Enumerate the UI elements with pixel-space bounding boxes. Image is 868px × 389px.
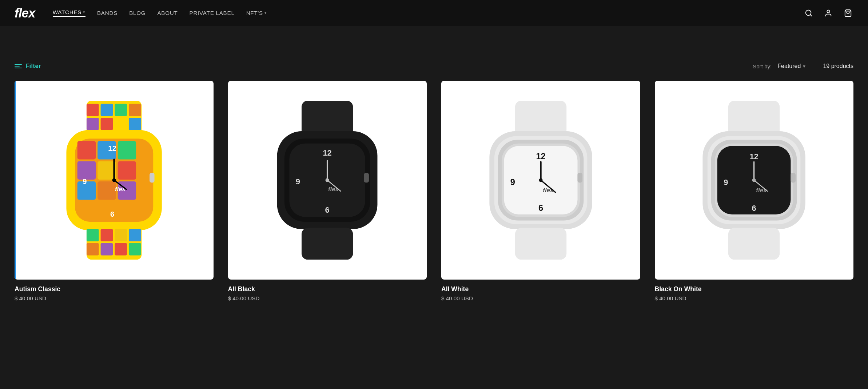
svg-rect-21 [118,161,136,179]
product-image: 12 9 6 flex [228,81,427,280]
chevron-down-icon: ▾ [264,11,267,15]
chevron-down-icon: ▾ [83,10,85,15]
svg-text:9: 9 [724,178,728,187]
svg-rect-53 [364,173,369,183]
svg-rect-12 [129,118,141,130]
svg-rect-55 [515,101,566,136]
svg-text:12: 12 [750,152,758,161]
svg-rect-70 [728,101,780,136]
product-image: 12 9 6 flex [441,81,640,280]
svg-rect-19 [77,161,95,179]
svg-text:9: 9 [83,177,87,185]
svg-rect-20 [97,161,116,179]
svg-rect-10 [100,118,113,130]
sort-select-wrapper[interactable]: Featured ▾ [777,63,805,69]
product-price: $ 40.00 USD [441,295,640,301]
nav-item-nfts[interactable]: NFT'S ▾ [246,10,267,16]
nav-item-bands[interactable]: BANDS [97,10,118,16]
svg-text:12: 12 [323,148,332,157]
product-image: 12 9 6 flex [655,81,854,280]
user-icon [824,9,832,17]
svg-rect-23 [97,181,116,200]
logo[interactable]: flex [15,6,35,20]
svg-text:6: 6 [538,203,543,212]
svg-text:flex: flex [756,187,767,194]
svg-rect-40 [115,243,127,255]
product-image: 12 9 6 flex [15,81,214,280]
nav-item-blog[interactable]: BLOG [129,10,146,16]
sort-label: Sort by: [753,63,772,69]
filter-bar: Filter Sort by: Featured ▾ 19 products [0,55,868,77]
product-title: All White [441,285,640,293]
svg-rect-9 [87,118,99,130]
svg-text:6: 6 [110,210,114,218]
svg-rect-5 [87,104,99,116]
svg-rect-35 [100,229,113,241]
nav-links: WATCHES ▾ BANDS BLOG ABOUT PRIVATE LABEL [53,9,803,17]
svg-rect-6 [100,104,113,116]
black-on-white-watch-svg: 12 9 6 flex [674,101,833,260]
search-button[interactable] [803,8,814,19]
svg-rect-54 [302,228,353,259]
cart-button[interactable] [843,8,853,19]
svg-point-52 [326,178,329,182]
svg-rect-38 [87,243,99,255]
filter-button[interactable]: Filter [15,63,41,70]
svg-line-1 [810,15,812,16]
product-card[interactable]: 12 9 6 flex All Black $ 40.00 USD [221,77,434,309]
svg-text:6: 6 [325,205,330,214]
svg-rect-11 [115,118,127,130]
svg-point-2 [827,10,829,12]
svg-text:flex: flex [328,186,339,193]
svg-rect-37 [129,229,141,241]
product-card[interactable]: 12 9 6 flex All White $ 40.00 USD [434,77,648,309]
nav-item-private-label[interactable]: PRIVATE LABEL [190,10,235,16]
product-grid: 12 9 6 flex [0,77,868,323]
svg-text:12: 12 [108,144,116,152]
svg-rect-41 [129,243,141,255]
account-button[interactable] [823,8,834,19]
chevron-down-icon: ▾ [803,63,805,69]
product-price: $ 40.00 USD [228,295,427,301]
product-price: $ 40.00 USD [15,295,214,301]
nav-icons [803,8,853,19]
svg-point-31 [112,178,116,182]
svg-rect-83 [791,173,796,183]
svg-rect-39 [100,243,113,255]
all-white-watch-svg: 12 9 6 flex [461,101,620,260]
svg-text:6: 6 [752,203,756,212]
svg-rect-36 [115,229,127,241]
svg-rect-32 [150,173,154,183]
hero-spacer [0,26,868,55]
cart-icon [844,9,852,17]
svg-rect-69 [515,228,566,259]
product-price: $ 40.00 USD [655,295,854,301]
svg-text:9: 9 [510,177,515,187]
svg-rect-42 [302,101,353,136]
all-black-watch-svg: 12 9 6 flex [248,101,407,260]
svg-rect-8 [129,104,141,116]
svg-text:9: 9 [296,177,300,186]
nav-item-about[interactable]: ABOUT [157,10,178,16]
svg-point-67 [539,178,542,182]
svg-text:flex: flex [115,186,126,193]
product-title: Black On White [655,285,854,293]
svg-rect-16 [77,141,95,159]
filter-icon [15,64,22,68]
nav-item-watches[interactable]: WATCHES ▾ [53,9,85,17]
sort-area: Sort by: Featured ▾ 19 products [753,63,853,69]
product-title: Autism Classic [15,285,214,293]
svg-rect-68 [577,173,582,183]
svg-rect-34 [87,229,99,241]
svg-rect-84 [728,228,780,259]
autism-classic-watch-svg: 12 9 6 flex [35,101,194,260]
products-count: 19 products [823,63,853,69]
svg-text:12: 12 [536,152,545,161]
product-card[interactable]: 12 9 6 flex Black On White $ 40.00 USD [648,77,861,309]
sort-selected-value: Featured [777,63,801,69]
svg-rect-18 [118,141,136,159]
product-card[interactable]: 12 9 6 flex [7,77,221,309]
filter-label: Filter [25,63,41,70]
search-icon [805,9,813,17]
svg-rect-7 [115,104,127,116]
